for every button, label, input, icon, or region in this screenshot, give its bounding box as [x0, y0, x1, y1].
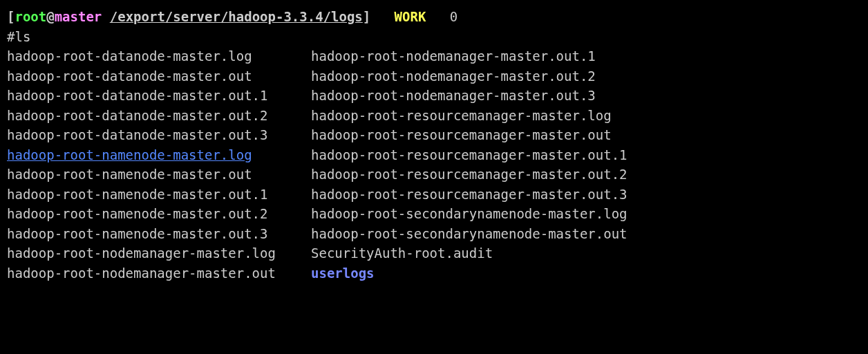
ls-entry: hadoop-root-datanode-master.out.3	[7, 125, 311, 145]
ls-entry: hadoop-root-secondarynamenode-master.log	[311, 204, 628, 224]
prompt-at: @	[46, 9, 54, 24]
ls-entry: hadoop-root-namenode-master.out	[7, 165, 311, 185]
ls-entry: hadoop-root-namenode-master.out.3	[7, 224, 311, 244]
ls-entry: hadoop-root-datanode-master.out	[7, 66, 311, 86]
ls-entry: hadoop-root-datanode-master.out.2	[7, 106, 311, 126]
prompt-host: master	[55, 9, 102, 24]
prompt-user: root	[15, 9, 46, 24]
ls-entry: hadoop-root-resourcemanager-master.out	[311, 125, 628, 145]
ls-output: hadoop-root-datanode-master.loghadoop-ro…	[7, 46, 861, 283]
ls-entry: hadoop-root-namenode-master.log	[7, 145, 311, 165]
ls-entry: userlogs	[311, 263, 628, 283]
prompt-work: WORK	[395, 9, 426, 24]
ls-entry: hadoop-root-nodemanager-master.out	[7, 263, 311, 283]
prompt-path: /export/server/hadoop-3.3.4/logs	[110, 9, 363, 24]
shell-prompt: [root@master /export/server/hadoop-3.3.4…	[7, 7, 861, 27]
ls-entry: hadoop-root-nodemanager-master.out.2	[311, 66, 628, 86]
ls-entry: hadoop-root-resourcemanager-master.out.3	[311, 185, 628, 205]
ls-entry: hadoop-root-datanode-master.log	[7, 46, 311, 66]
prompt-number: 0	[450, 9, 457, 24]
ls-column-2: hadoop-root-nodemanager-master.out.1hado…	[311, 46, 628, 283]
bracket-open: [	[7, 9, 15, 24]
ls-entry: hadoop-root-nodemanager-master.out.1	[311, 46, 628, 66]
ls-entry: hadoop-root-resourcemanager-master.out.1	[311, 145, 628, 165]
ls-entry: hadoop-root-resourcemanager-master.out.2	[311, 165, 628, 185]
ls-entry: hadoop-root-namenode-master.out.2	[7, 204, 311, 224]
bracket-close: ]	[363, 9, 370, 24]
ls-entry: hadoop-root-nodemanager-master.out.3	[311, 86, 628, 106]
command-line[interactable]: #ls	[7, 27, 861, 47]
ls-entry: hadoop-root-nodemanager-master.log	[7, 243, 311, 263]
ls-entry: hadoop-root-secondarynamenode-master.out	[311, 224, 628, 244]
ls-entry: hadoop-root-datanode-master.out.1	[7, 86, 311, 106]
ls-column-1: hadoop-root-datanode-master.loghadoop-ro…	[7, 46, 311, 283]
ls-entry: hadoop-root-namenode-master.out.1	[7, 185, 311, 205]
ls-entry: SecurityAuth-root.audit	[311, 243, 628, 263]
ls-entry: hadoop-root-resourcemanager-master.log	[311, 106, 628, 126]
